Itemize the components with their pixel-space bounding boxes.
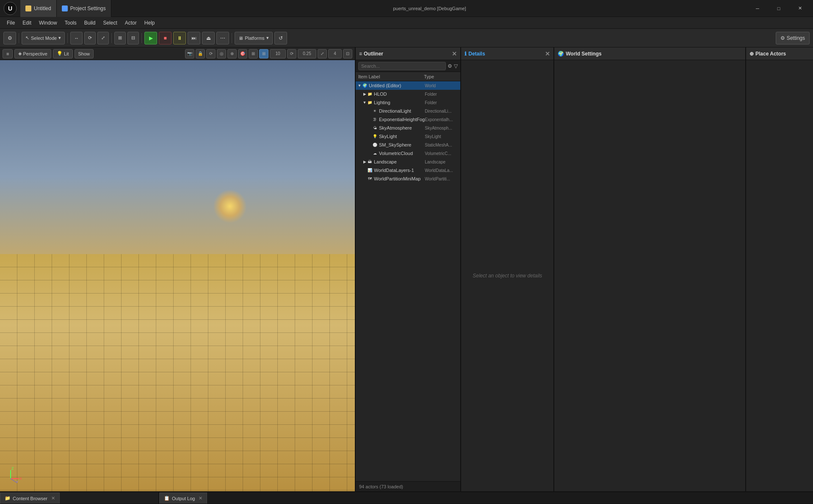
tree-item-type: Exponentialh... [425,117,459,122]
window-title: puerts_unreal_demo [DebugGame] [111,6,748,11]
maximize-button[interactable]: □ [769,2,788,15]
transform-scale-button[interactable]: ⤢ [97,32,109,44]
cursor-icon: ↖ [25,35,29,41]
content-browser-tab[interactable]: 📁 Content Browser ✕ [0,493,60,504]
output-log-tab-close[interactable]: ✕ [199,496,202,501]
rotation-value-label: 0.25 [303,51,311,56]
menu-actor[interactable]: Actor [122,19,140,27]
snap-button[interactable]: ⊞ [114,32,126,44]
menu-edit[interactable]: Edit [19,19,35,27]
scale-value[interactable]: 4 [328,49,342,58]
menu-help[interactable]: Help [141,19,158,27]
content-browser-panel: 📁 Content Browser ✕ + + Add ⬇ Import 💾 S… [0,492,159,504]
grid-value[interactable]: 10 [270,49,286,58]
tree-item-name: ExponentialHeightFog [379,117,425,122]
select-mode-button[interactable]: ↖ Select Mode ▾ [22,32,65,44]
outliner-item[interactable]: ▶ 🏔 Landscape Landscape [356,158,460,166]
vp-tool-7[interactable]: ⊞ [249,49,258,58]
tab-untitled[interactable]: Untitled [20,0,57,17]
outliner-item[interactable]: ▶ 📁 HLOD Folder [356,90,460,98]
more-button[interactable]: ⋯ [216,32,229,44]
vp-tool-3[interactable]: ⟳ [206,49,216,58]
outliner-search-bar: ⚙ ▽ [356,60,460,72]
content-browser-tab-close[interactable]: ✕ [51,496,55,501]
outliner-item[interactable]: 🌫 ExponentialHeightFog Exponentialh... [356,115,460,124]
menu-tools[interactable]: Tools [61,19,80,27]
transform-rotate-button[interactable]: ⟳ [84,32,96,44]
outliner-settings-icon[interactable]: ⚙ [448,63,452,69]
tree-item-type: Folder [425,100,459,105]
rotation-snap-button[interactable]: ⟳ [287,49,296,58]
outliner-item[interactable]: ▼ 🌍 Untitled (Editor) World [356,81,460,90]
outliner-item[interactable]: 📊 WorldDataLayers-1 WorldDataLa... [356,166,460,174]
outliner-panel: ≡ Outliner ✕ ⚙ ▽ Item Label Type ▼ 🌍 Unt… [356,47,461,491]
settings-label: Settings [787,35,805,41]
vp-tool-4[interactable]: ◎ [217,49,226,58]
3d-viewport[interactable]: X Z Y [0,60,355,491]
vp-tool-6[interactable]: 🎯 [238,49,247,58]
grid-button[interactable]: ⊟ [127,32,139,44]
details-close-button[interactable]: ✕ [545,50,550,57]
tree-item-icon: 📊 [367,167,373,173]
grid-value-label: 10 [275,51,280,56]
viewport-menu-button[interactable]: ≡ [3,49,13,58]
platforms-icon: 🖥 [238,36,243,41]
output-log-tab[interactable]: 📋 Output Log ✕ [159,493,207,504]
toolbar-sep-1 [19,33,19,43]
outliner-item[interactable]: ▼ 📁 Lighting Folder [356,98,460,107]
tree-item-name: SM_SkySphere [379,142,425,147]
outliner-item[interactable]: 💡 SkyLight SkyLight [356,132,460,141]
outliner-item[interactable]: ⚪ SM_SkySphere StaticMeshA... [356,141,460,149]
vp-tool-2[interactable]: 🔒 [196,49,205,58]
outliner-item[interactable]: ☁ VolumetricCloud VolumetricC... [356,149,460,158]
place-actors-title: Place Actors [755,51,786,57]
tree-item-icon: 🗺 [367,176,373,182]
pause-button[interactable]: ⏸ [173,32,186,44]
show-label: Show [78,51,90,56]
maximize-viewport-button[interactable]: ⊡ [343,49,352,58]
lit-button[interactable]: 💡 Lit [53,49,73,58]
scale-snap-button[interactable]: ⤢ [318,49,327,58]
menu-select[interactable]: Select [100,19,120,27]
viewport-axis-indicator: X Z Y [8,466,25,483]
tab-project-settings[interactable]: Project Settings [57,0,111,17]
eject-button[interactable]: ⏏ [202,32,215,44]
rotation-value[interactable]: 0.25 [298,49,316,58]
transform-translate-button[interactable]: ↔ [70,32,83,44]
outliner-header: ≡ Outliner ✕ [356,47,460,60]
vp-tool-5[interactable]: ⊕ [227,49,237,58]
minimize-button[interactable]: ─ [748,2,767,15]
menu-window[interactable]: Window [36,19,61,27]
settings-button[interactable]: ⚙ Settings [776,32,810,44]
tree-item-icon: 🌤 [372,125,378,131]
play-button[interactable]: ▶ [144,32,157,44]
tree-item-name: WorldPartitionMiniMap [374,176,425,181]
show-button[interactable]: Show [75,49,94,58]
grid-toggle-button[interactable]: ⊞ [259,49,268,58]
perspective-icon: ◈ [18,51,22,56]
skip-button[interactable]: ⏭ [188,32,200,44]
outliner-search-input[interactable] [358,62,446,70]
menu-build[interactable]: Build [81,19,99,27]
platforms-label: Platforms [245,36,264,41]
ue-logo[interactable]: U [3,2,17,15]
outliner-item[interactable]: 🌤 SkyAtmosphere SkyAtmosph... [356,124,460,132]
outliner-close-button[interactable]: ✕ [452,50,457,57]
svg-text:X: X [19,476,22,481]
outliner-filter-icon[interactable]: ▽ [454,63,458,69]
perspective-button[interactable]: ◈ Perspective [14,49,51,58]
output-log-tab-label: Output Log [172,496,195,501]
tree-item-icon: ☁ [372,150,378,156]
menu-file[interactable]: File [3,19,18,27]
source-control-button[interactable]: ⚙ [3,32,16,44]
vp-tool-1[interactable]: 📷 [185,49,194,58]
undo-button[interactable]: ↺ [274,32,287,44]
tree-item-name: VolumetricCloud [379,151,425,156]
platforms-arrow: ▾ [266,35,269,41]
settings-icon: ⚙ [780,35,785,41]
stop-button[interactable]: ■ [159,32,171,44]
outliner-item[interactable]: ☀ DirectionalLight DirectionalLi... [356,107,460,115]
close-button[interactable]: ✕ [790,2,810,15]
platforms-button[interactable]: 🖥 Platforms ▾ [235,32,272,44]
outliner-item[interactable]: 🗺 WorldPartitionMiniMap WorldPartiti... [356,174,460,183]
